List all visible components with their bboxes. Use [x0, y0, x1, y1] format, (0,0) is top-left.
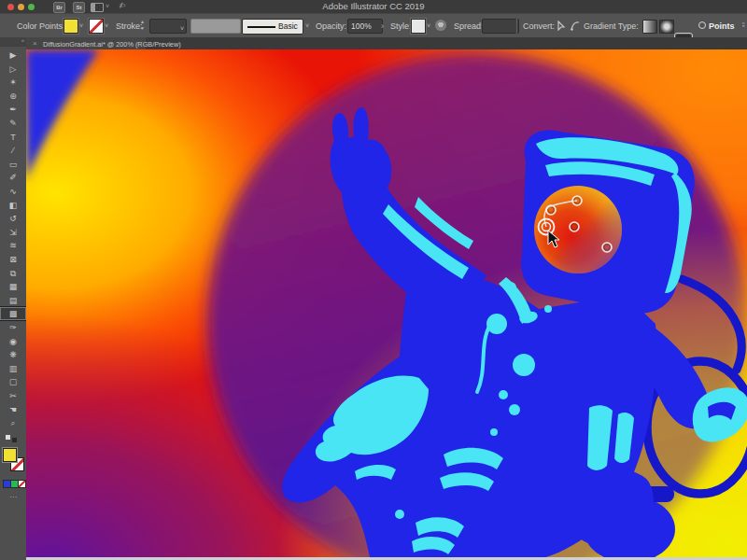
document-tab[interactable]: × DiffusionGradient.ai* @ 200% (RGB/Prev…: [26, 37, 146, 49]
magic-wand-tool[interactable]: ✶: [0, 76, 26, 89]
chevron-down-icon[interactable]: ˅: [79, 22, 83, 29]
toolbar-collapse-button[interactable]: «: [0, 37, 26, 47]
zoom-tool[interactable]: ⌕: [0, 416, 26, 429]
toolbar-overflow-icon[interactable]: ⋯: [0, 493, 26, 501]
paintbrush-tool[interactable]: ✐: [0, 171, 26, 184]
control-bar: Color Points ˅ ˅ Stroke: ▲▼ ˅ Basic ˅ Op…: [0, 13, 747, 39]
panel-overflow-icon[interactable]: ⁞⁞: [742, 21, 744, 29]
opacity-label: Opacity:: [316, 21, 346, 31]
style-label: Style:: [390, 21, 412, 31]
width-tool[interactable]: ≋: [0, 239, 26, 252]
toolbar-fill-swatch[interactable]: [3, 448, 17, 462]
type-tool[interactable]: T: [0, 131, 26, 144]
close-tab-icon[interactable]: ×: [33, 39, 37, 48]
divider: [515, 18, 517, 34]
gradient-tool[interactable]: ▩: [0, 307, 26, 320]
eyedropper-tool[interactable]: ✑: [0, 321, 26, 334]
line-segment-tool[interactable]: ∕: [0, 144, 26, 157]
titlebar: Br St ˅ ✍ Adobe Illustrator CC 2019: [0, 0, 747, 13]
document-tab-title: DiffusionGradient.ai* @ 200% (RGB/Previe…: [43, 40, 181, 49]
fill-color-swatch[interactable]: [63, 19, 78, 34]
chevron-down-icon[interactable]: ˅: [427, 22, 430, 29]
points-radio[interactable]: [698, 21, 706, 29]
tab-bar: × DiffusionGradient.ai* @ 200% (RGB/Prev…: [26, 37, 747, 50]
graph-tool[interactable]: ▥: [0, 362, 26, 375]
rotate-tool[interactable]: ↺: [0, 212, 26, 225]
convert-label: Convert:: [523, 21, 555, 31]
recolor-artwork-icon[interactable]: [435, 20, 446, 31]
direct-selection-tool[interactable]: ▷: [0, 63, 26, 76]
chevron-down-icon[interactable]: ˅: [305, 22, 309, 29]
shaper-tool[interactable]: ∿: [0, 185, 26, 198]
spread-label: Spread:: [454, 21, 484, 31]
slice-tool[interactable]: ✂: [0, 389, 26, 402]
variable-width-profile-field[interactable]: [190, 19, 241, 34]
default-fill-stroke-icon[interactable]: [6, 435, 10, 440]
spread-input[interactable]: [482, 19, 519, 34]
radial-gradient-type-button[interactable]: [659, 20, 674, 34]
points-radio-label[interactable]: Points: [709, 21, 735, 31]
toolbar: « ▶▷✶⊛✒✎T∕▭✐∿◧↺⇲≋⊠⧉▦▤▩✑◉❋▥▢✂☚⌕ ⋯: [0, 37, 27, 560]
none-mode-button[interactable]: [18, 480, 26, 488]
stroke-weight-stepper[interactable]: ▲▼: [139, 19, 146, 32]
mesh-tool[interactable]: ▤: [0, 294, 26, 307]
hand-tool[interactable]: ☚: [0, 403, 26, 416]
eraser-tool[interactable]: ◧: [0, 199, 26, 212]
convert-to-corner-icon[interactable]: [557, 21, 566, 31]
brush-definition-select[interactable]: Basic: [242, 19, 303, 35]
artboard-tool[interactable]: ▢: [0, 375, 26, 388]
linear-gradient-type-button[interactable]: [642, 20, 657, 34]
free-transform-tool[interactable]: ⊠: [0, 253, 26, 266]
more-options-chevron[interactable]: ›: [381, 21, 384, 31]
gradient-type-label: Gradient Type:: [584, 21, 639, 31]
context-label: Color Points: [17, 21, 63, 31]
artwork: [26, 49, 747, 560]
shape-builder-tool[interactable]: ⧉: [0, 267, 26, 280]
chevron-down-icon[interactable]: ˅: [105, 22, 108, 29]
symbol-sprayer-tool[interactable]: ❋: [0, 348, 26, 361]
lasso-tool[interactable]: ⊛: [0, 90, 26, 103]
illustrator-window: Br St ˅ ✍ Adobe Illustrator CC 2019 Colo…: [0, 0, 747, 560]
opacity-input[interactable]: 100%: [347, 19, 383, 34]
brush-stroke-preview: [247, 26, 275, 28]
curvature-tool[interactable]: ✎: [0, 117, 26, 130]
stroke-color-swatch[interactable]: [89, 19, 104, 34]
document-canvas[interactable]: [26, 49, 747, 560]
pen-tool[interactable]: ✒: [0, 103, 26, 116]
window-title: Adobe Illustrator CC 2019: [0, 1, 747, 11]
scale-tool[interactable]: ⇲: [0, 226, 26, 239]
graphic-style-swatch[interactable]: [411, 19, 426, 34]
convert-to-smooth-icon[interactable]: [571, 21, 580, 31]
rectangle-tool[interactable]: ▭: [0, 158, 26, 171]
brush-definition-value: Basic: [278, 20, 298, 34]
blend-tool[interactable]: ◉: [0, 335, 26, 348]
perspective-grid-tool[interactable]: ▦: [0, 280, 26, 293]
stroke-weight-select[interactable]: ˅: [149, 19, 187, 34]
selection-tool[interactable]: ▶: [0, 49, 26, 62]
